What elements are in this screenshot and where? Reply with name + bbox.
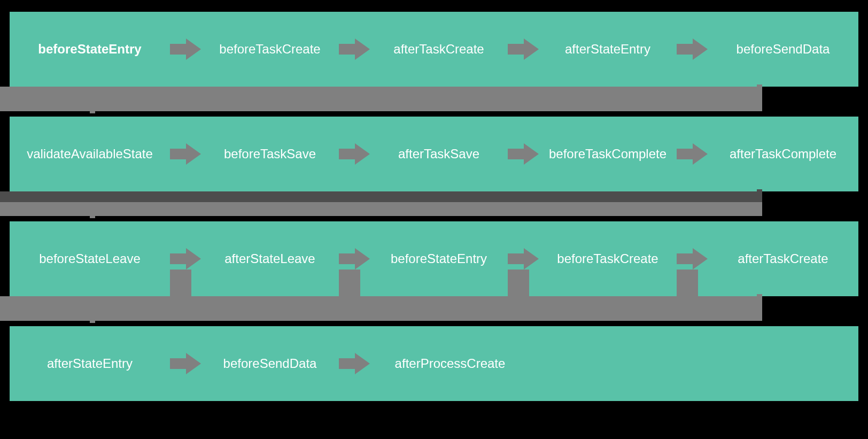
arrow-icon bbox=[170, 143, 201, 165]
arrow-icon bbox=[339, 353, 370, 374]
connector-leg bbox=[339, 269, 360, 299]
node-label: afterTaskSave bbox=[398, 147, 479, 161]
row-connector-2-dark bbox=[0, 191, 762, 202]
row-connector-1 bbox=[0, 87, 762, 111]
connector-nub bbox=[757, 294, 762, 298]
node-beforeTaskComplete: beforeTaskComplete bbox=[539, 117, 677, 191]
node-beforeStateLeave: beforeStateLeave bbox=[10, 221, 170, 296]
arrow-icon bbox=[508, 38, 539, 60]
arrow-icon bbox=[508, 248, 539, 269]
node-label: validateAvailableState bbox=[27, 147, 153, 161]
node-label: beforeStateLeave bbox=[39, 251, 140, 266]
node-label: beforeTaskComplete bbox=[549, 147, 666, 161]
connector-nub bbox=[90, 214, 95, 218]
connector-leg bbox=[170, 269, 191, 299]
arrow-icon bbox=[508, 143, 539, 165]
node-label: beforeTaskSave bbox=[224, 147, 316, 161]
node-label: afterTaskCreate bbox=[393, 42, 484, 57]
node-beforeTaskCreate-2: beforeTaskCreate bbox=[539, 221, 677, 296]
node-label: beforeSendData bbox=[737, 42, 830, 57]
node-label: afterTaskComplete bbox=[730, 147, 836, 161]
connector-nub bbox=[757, 189, 762, 194]
arrow-icon bbox=[339, 38, 370, 60]
node-label: beforeStateEntry bbox=[38, 42, 141, 57]
arrow-icon bbox=[170, 38, 201, 60]
node-afterTaskSave: afterTaskSave bbox=[370, 117, 508, 191]
node-label: beforeStateEntry bbox=[391, 251, 487, 266]
node-beforeStateEntry: beforeStateEntry bbox=[10, 12, 170, 87]
row-2-band: validateAvailableState beforeTaskSave af… bbox=[10, 117, 858, 191]
node-beforeSendData: beforeSendData bbox=[708, 12, 858, 87]
connector-nub bbox=[757, 84, 762, 89]
node-afterTaskCreate-2: afterTaskCreate bbox=[708, 221, 858, 296]
node-label: beforeTaskCreate bbox=[557, 251, 658, 266]
node-beforeTaskCreate: beforeTaskCreate bbox=[201, 12, 339, 87]
connector-nub bbox=[90, 319, 95, 323]
node-label: beforeTaskCreate bbox=[219, 42, 320, 57]
arrow-icon bbox=[170, 248, 201, 269]
node-label: afterStateEntry bbox=[565, 42, 650, 57]
node-afterTaskComplete: afterTaskComplete bbox=[708, 117, 858, 191]
node-afterStateEntry: afterStateEntry bbox=[539, 12, 677, 87]
arrow-icon bbox=[677, 248, 708, 269]
arrow-icon bbox=[170, 353, 201, 374]
row-1-band: beforeStateEntry beforeTaskCreate afterT… bbox=[10, 12, 858, 87]
row-3-band: beforeStateLeave afterStateLeave beforeS… bbox=[10, 221, 858, 296]
node-afterTaskCreate: afterTaskCreate bbox=[370, 12, 508, 87]
node-afterStateEntry-2: afterStateEntry bbox=[10, 326, 170, 401]
node-label: afterTaskCreate bbox=[738, 251, 828, 266]
node-afterProcessCreate: afterProcessCreate bbox=[370, 326, 530, 401]
row-connector-2-grey bbox=[0, 202, 762, 216]
node-label: afterStateLeave bbox=[224, 251, 315, 266]
arrow-icon bbox=[339, 143, 370, 165]
node-label: afterStateEntry bbox=[47, 356, 133, 371]
node-beforeStateEntry-2: beforeStateEntry bbox=[370, 221, 508, 296]
connector-leg bbox=[677, 269, 698, 299]
arrow-icon bbox=[677, 38, 708, 60]
arrow-icon bbox=[677, 143, 708, 165]
node-beforeTaskSave: beforeTaskSave bbox=[201, 117, 339, 191]
row-4-band: afterStateEntry beforeSendData afterProc… bbox=[10, 326, 858, 401]
node-validateAvailableState: validateAvailableState bbox=[10, 117, 170, 191]
row-connector-3 bbox=[0, 296, 762, 321]
arrow-icon bbox=[339, 248, 370, 269]
diagram-canvas: beforeStateEntry beforeTaskCreate afterT… bbox=[0, 0, 868, 439]
connector-leg bbox=[508, 269, 529, 299]
connector-nub bbox=[90, 109, 95, 113]
node-afterStateLeave: afterStateLeave bbox=[201, 221, 339, 296]
node-label: afterProcessCreate bbox=[395, 356, 506, 371]
node-label: beforeSendData bbox=[223, 356, 317, 371]
node-beforeSendData-2: beforeSendData bbox=[201, 326, 339, 401]
